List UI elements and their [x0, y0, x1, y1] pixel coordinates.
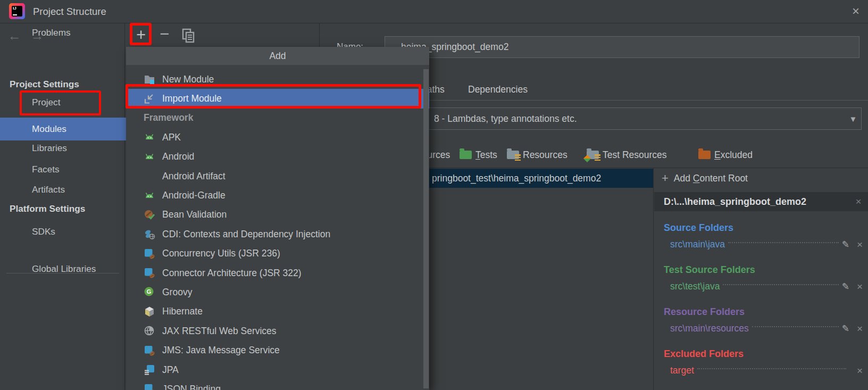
sidebar-item-platform-settings: Platform Settings: [0, 199, 134, 218]
chevron-down-icon[interactable]: ▼: [845, 114, 861, 123]
menu-item-label: JAX RESTful Web Services: [162, 326, 277, 337]
annotation-box-modules: [20, 90, 101, 115]
menu-item-label: APK: [162, 132, 181, 143]
new-module-icon: [144, 73, 155, 85]
menu-item-label: JPA: [162, 364, 179, 376]
android-icon: [144, 131, 155, 143]
remove-button[interactable]: −: [156, 25, 172, 46]
menu-item-groovy[interactable]: GGroovy: [126, 283, 429, 302]
menu-item-framework: Framework: [126, 109, 429, 128]
mark-as-test-resources[interactable]: Test Resources: [587, 145, 667, 165]
cdi-icon: [144, 228, 155, 240]
android-icon: [144, 151, 155, 163]
menu-item-jpa[interactable]: JPA: [126, 360, 429, 379]
popup-scrollbar[interactable]: [423, 69, 429, 388]
close-icon[interactable]: ×: [847, 2, 865, 20]
language-level-value: 8 - Lambdas, type annotations etc.: [429, 113, 845, 125]
folder-path[interactable]: src\main\java: [670, 239, 725, 250]
dotted-leader: [697, 368, 846, 369]
folder-path[interactable]: src\test\java: [670, 281, 720, 292]
menu-item-bean-validation[interactable]: Bean Validation: [126, 205, 429, 225]
edit-pencil-icon[interactable]: ✎: [842, 239, 849, 250]
folder-section-title: Test Source Folders: [655, 262, 868, 278]
menu-item-cdi-contexts-and-dependency-injection[interactable]: CDI: Contexts and Dependency Injection: [126, 225, 429, 244]
menu-item-connector-architecture-jsr-322[interactable]: Connector Architecture (JSR 322): [126, 263, 429, 283]
jee-bean-icon: [144, 248, 155, 260]
menu-item-jms-java-message-service[interactable]: JMS: Java Message Service: [126, 341, 429, 360]
folder-row-src-main-java: src\main\java✎×: [655, 236, 868, 253]
folder-path[interactable]: src\main\resources: [670, 323, 749, 334]
content-root-header: D:\...\heima_springboot_demo2 ×: [654, 192, 868, 211]
menu-item-apk[interactable]: APK: [126, 128, 429, 147]
test-resources-folder-icon: [587, 151, 599, 159]
svg-text:G: G: [147, 288, 152, 295]
menu-item-jax-restful-web-services[interactable]: JAX RESTful Web Services: [126, 321, 429, 341]
add-content-root-label: Add Content Root: [674, 173, 748, 184]
menu-item-json-binding[interactable]: JSON Binding: [126, 379, 429, 390]
intellij-logo-icon: IJ: [9, 3, 25, 19]
mark-as-label: Test Resources: [603, 150, 667, 161]
folder-section-title: Resource Folders: [655, 304, 868, 320]
popup-menu-list: New ModuleImport ModuleFrameworkAPKAndro…: [126, 65, 429, 390]
folder-section-title: Source Folders: [655, 220, 868, 236]
folder-row-src-main-resources: src\main\resources✎×: [655, 320, 868, 337]
folder-path[interactable]: target: [670, 365, 694, 376]
mark-as-excluded[interactable]: Excluded: [698, 145, 753, 165]
jee-bean-icon: [144, 383, 155, 390]
folder-section-source-folders: Source Folderssrc\main\java✎×: [655, 220, 868, 253]
folder-row-src-test-java: src\test\java✎×: [655, 278, 868, 295]
add-content-root-button[interactable]: + Add Content Root: [662, 169, 748, 188]
menu-section-label: Framework: [144, 112, 193, 123]
content-root-header-path: D:\...\heima_springboot_demo2: [654, 196, 849, 208]
menu-item-label: Android Artifact: [162, 171, 226, 182]
dotted-leader: [723, 284, 838, 285]
remove-folder-icon[interactable]: ×: [857, 281, 863, 293]
mark-as-resources[interactable]: Resources: [507, 145, 567, 165]
remove-folder-icon[interactable]: ×: [857, 365, 863, 377]
remove-folder-icon[interactable]: ×: [857, 239, 863, 251]
menu-item-label: Groovy: [162, 287, 192, 298]
language-level-select[interactable]: 8 - Lambdas, type annotations etc. ▼: [428, 107, 862, 130]
mark-as-label: Tests: [475, 150, 497, 161]
plus-icon: +: [662, 171, 669, 185]
dotted-leader: [728, 242, 839, 243]
web-services-icon: [144, 325, 155, 337]
tests-folder-icon: [460, 151, 472, 159]
edit-pencil-icon[interactable]: ✎: [842, 323, 849, 334]
popup-title: Add: [126, 47, 429, 65]
menu-item-android-gradle[interactable]: Android-Gradle: [126, 186, 429, 205]
menu-item-android-artifact[interactable]: Android Artifact: [126, 167, 429, 186]
jee-bean-icon: [144, 267, 155, 279]
menu-item-android[interactable]: Android: [126, 147, 429, 167]
menu-item-concurrency-utils-jsr-236[interactable]: Concurrency Utils (JSR 236): [126, 244, 429, 263]
hibernate-icon: [144, 306, 155, 318]
menu-item-label: CDI: Contexts and Dependency Injection: [162, 229, 330, 240]
folder-section-title: Excluded Folders: [655, 346, 868, 362]
menu-item-hibernate[interactable]: Hibernate: [126, 302, 429, 321]
title-bar: IJ Project Structure ×: [0, 0, 868, 23]
mark-as-label: Resources: [523, 150, 567, 161]
groovy-icon: G: [144, 286, 155, 298]
menu-item-label: Bean Validation: [162, 209, 227, 220]
folder-section-resource-folders: Resource Folderssrc\main\resources✎×: [655, 304, 868, 337]
remove-content-root-icon[interactable]: ×: [849, 196, 868, 208]
settings-sidebar: Project SettingsProjectModulesLibrariesF…: [0, 23, 124, 390]
module-name-input[interactable]: [385, 36, 859, 58]
copy-icon[interactable]: [181, 28, 196, 45]
tab-dependencies[interactable]: Dependencies: [468, 79, 528, 100]
resources-folder-icon: [507, 151, 519, 159]
content-root-path: pringboot_test\heima_springboot_demo2: [432, 169, 601, 188]
annotation-box-import-module: [126, 84, 421, 109]
folders-panel-divider: [653, 168, 654, 390]
remove-folder-icon[interactable]: ×: [857, 323, 863, 335]
edit-pencil-icon[interactable]: ✎: [842, 281, 849, 292]
menu-item-label: Android-Gradle: [162, 190, 226, 201]
folder-section-excluded-folders: Excluded Folderstarget×: [655, 346, 868, 379]
blank: [144, 170, 155, 182]
menu-item-label: New Module: [162, 74, 214, 85]
menu-item-label: Connector Architecture (JSR 322): [162, 268, 302, 279]
android-icon: [144, 190, 155, 202]
mark-as-tests[interactable]: Tests: [460, 145, 497, 165]
annotation-box-add-button: [130, 23, 152, 45]
window-title: Project Structure: [33, 0, 106, 23]
